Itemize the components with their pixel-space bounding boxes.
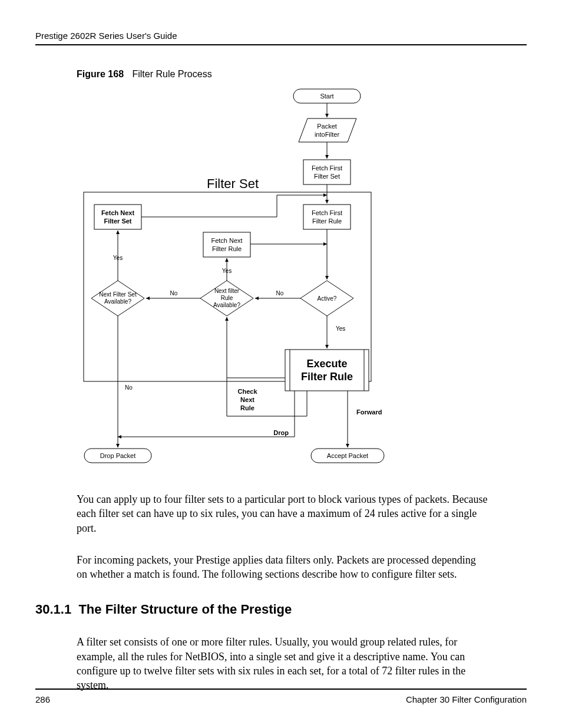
svg-text:Fetch First: Fetch First xyxy=(312,164,342,172)
filter-set-heading: Filter Set xyxy=(207,176,259,191)
node-fetch-first-rule: Fetch First Filter Rule xyxy=(303,205,351,229)
svg-text:Available?: Available? xyxy=(213,302,240,308)
edge-no-set: No xyxy=(125,384,133,391)
node-active-decision: Active? xyxy=(300,281,353,316)
edge-drop: Drop xyxy=(273,429,289,436)
node-next-rule-available: Next filter Rule Available? xyxy=(200,281,253,316)
svg-rect-17 xyxy=(203,232,250,257)
running-header: Prestige 2602R Series User's Guide xyxy=(35,31,527,45)
edge-yes-set: Yes xyxy=(113,255,123,261)
svg-text:Active?: Active? xyxy=(318,295,337,302)
check-next-rule-label: Check Next Rule xyxy=(237,388,257,411)
svg-text:Filter Set: Filter Set xyxy=(104,218,131,225)
svg-rect-14 xyxy=(94,205,141,229)
node-execute-filter-rule: Execute Filter Rule xyxy=(285,350,369,391)
svg-marker-2 xyxy=(299,118,356,142)
edge-no-active: No xyxy=(276,290,284,297)
edge-yes-active: Yes xyxy=(336,325,345,332)
svg-text:Fetch Next: Fetch Next xyxy=(101,209,135,216)
paragraph-2: For incoming packets, your Prestige appl… xyxy=(77,553,489,582)
svg-text:Drop Packet: Drop Packet xyxy=(100,452,136,459)
node-start: Start xyxy=(293,89,361,103)
subsection-heading: 30.1.1 The Filter Structure of the Prest… xyxy=(35,602,527,617)
svg-text:Next: Next xyxy=(240,396,254,403)
svg-rect-6 xyxy=(303,160,351,185)
svg-text:Filter Rule: Filter Rule xyxy=(312,218,342,225)
node-drop-packet: Drop Packet xyxy=(84,449,151,463)
subsection-number: 30.1.1 xyxy=(35,602,71,617)
svg-text:Execute: Execute xyxy=(306,358,347,370)
footer-page-number: 286 xyxy=(35,694,50,704)
svg-text:Fetch First: Fetch First xyxy=(312,209,342,216)
node-fetch-first-set: Fetch First Filter Set xyxy=(303,160,351,185)
subsection-body: A filter set consists of one or more fil… xyxy=(77,635,489,692)
svg-text:Filter Rule: Filter Rule xyxy=(301,371,353,383)
subsection-title: The Filter Structure of the Prestige xyxy=(78,602,292,617)
svg-text:Start: Start xyxy=(320,93,333,100)
svg-text:Rule: Rule xyxy=(221,295,233,301)
svg-rect-35 xyxy=(285,350,369,391)
svg-text:Check: Check xyxy=(237,388,257,395)
svg-text:intoFilter: intoFilter xyxy=(315,131,340,138)
svg-text:Available?: Available? xyxy=(104,298,131,305)
svg-text:Next filter: Next filter xyxy=(214,288,240,294)
footer-chapter: Chapter 30 Filter Configuration xyxy=(406,694,527,704)
svg-text:Filter Set: Filter Set xyxy=(314,173,340,180)
edge-no-rule: No xyxy=(170,290,178,297)
svg-text:Filter Rule: Filter Rule xyxy=(212,245,242,252)
figure-label: Figure 168 xyxy=(77,69,124,79)
flowchart-figure: Start Packet intoFilter Fetch First Filt… xyxy=(77,83,527,475)
svg-rect-10 xyxy=(303,205,351,229)
paragraph-1: You can apply up to four filter sets to … xyxy=(77,492,489,535)
node-fetch-next-rule: Fetch Next Filter Rule xyxy=(203,232,250,257)
node-next-set-available: Next Filter Set Available? xyxy=(91,281,144,316)
svg-text:Packet: Packet xyxy=(317,123,337,130)
svg-text:Fetch Next: Fetch Next xyxy=(211,237,242,244)
figure-caption: Figure 168 Filter Rule Process xyxy=(77,69,527,80)
figure-title: Filter Rule Process xyxy=(132,69,211,79)
document-page: Prestige 2602R Series User's Guide Figur… xyxy=(0,0,562,728)
page-footer: 286 Chapter 30 Filter Configuration xyxy=(35,689,527,704)
svg-text:Next Filter Set: Next Filter Set xyxy=(99,291,137,298)
edge-yes-rule: Yes xyxy=(222,268,232,274)
svg-text:Accept Packet: Accept Packet xyxy=(327,452,368,459)
edge-forward: Forward xyxy=(356,409,382,416)
node-accept-packet: Accept Packet xyxy=(311,449,384,463)
node-packet-into-filter: Packet intoFilter xyxy=(299,118,356,142)
svg-text:Rule: Rule xyxy=(240,404,254,411)
node-fetch-next-set: Fetch Next Filter Set xyxy=(94,205,141,229)
